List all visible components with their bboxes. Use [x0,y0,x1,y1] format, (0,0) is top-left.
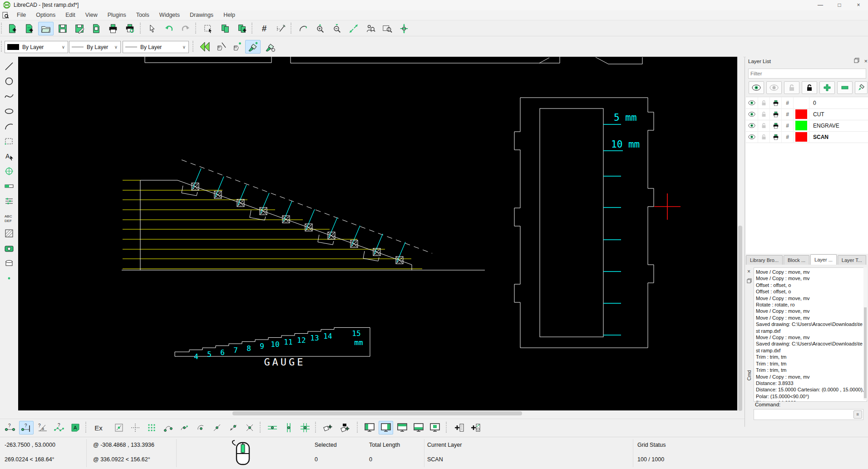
save-button[interactable] [55,22,70,35]
restrict-orthogonal-button[interactable] [298,421,312,434]
add-command-widget-button[interactable] [451,421,466,434]
undo-button[interactable] [161,22,177,35]
block-tool-icon[interactable] [1,256,17,271]
layer-construction-icon[interactable]: # [782,97,794,109]
menu-file[interactable]: File [12,10,31,20]
menu-view[interactable]: View [80,10,103,20]
toolbar-grip[interactable] [1,41,4,52]
insert-point-tool-icon[interactable] [1,164,17,178]
layer-lock-icon[interactable] [758,131,770,143]
layer-visible-icon[interactable] [746,109,758,120]
dock-right-button[interactable] [379,421,393,434]
layer-filter-input[interactable] [748,69,866,79]
toolbar-grip[interactable] [85,422,88,433]
draft-mode-button[interactable] [273,22,289,35]
dock-left-button[interactable] [362,421,377,434]
layer-lock-icon[interactable] [758,109,770,120]
dock-float-icon[interactable] [854,58,859,63]
dock-close-icon[interactable]: × [864,57,868,66]
redo-button[interactable] [178,22,193,35]
ellipse-tool-icon[interactable] [1,104,17,118]
edit-layer-button[interactable] [855,81,868,94]
layer-construction-icon[interactable]: # [782,109,794,120]
info-distance-point-point-button[interactable]: ? [3,421,17,434]
layer-visible-icon[interactable] [746,97,758,109]
save-as-button[interactable] [72,22,87,35]
layer-print-icon[interactable] [770,131,782,143]
maximize-button[interactable]: □ [830,0,849,10]
command-history-scrollbar[interactable] [863,267,867,400]
layer-name[interactable]: ENGRAVE [809,123,839,129]
exclusive-snap-button[interactable]: Ex [91,421,106,434]
zoom-out-button[interactable] [329,22,345,35]
layer-print-icon[interactable] [770,109,782,120]
pen-width-select[interactable]: By Layer ∨ [69,41,121,53]
hide-all-layers-button[interactable] [766,81,782,94]
pen-pick-color-button[interactable] [230,40,245,54]
print-preview-button[interactable] [122,22,138,35]
tab-library-browser[interactable]: Library Bro... [746,255,783,265]
toolbar-grip[interactable] [1,23,4,34]
toolbar-grip[interactable] [260,422,262,433]
pen-apply-to-entity-button[interactable] [245,40,261,54]
layer-visible-icon[interactable] [746,120,758,131]
grid-toggle-button[interactable]: # [256,22,272,35]
menu-drawings[interactable]: Drawings [185,10,218,20]
dimension-tool-icon[interactable] [1,179,17,193]
pen-pick-from-entity-button[interactable] [213,40,229,54]
layer-lock-icon[interactable] [758,120,770,131]
info-polyline-length-button[interactable]: ? [52,421,66,434]
menu-options[interactable]: Options [31,10,60,20]
export-button[interactable] [89,22,104,35]
restrict-vertical-button[interactable] [281,421,296,434]
document-search-icon[interactable] [2,12,9,19]
add-custom-widget-button[interactable] [468,421,482,434]
layer-row-0[interactable]: # 0 [746,97,868,109]
dock-floating-button[interactable] [428,421,442,434]
close-button[interactable]: × [849,0,868,10]
snap-distance-button[interactable] [226,421,241,434]
pen-apply-attributes-button[interactable] [262,40,278,54]
layer-name[interactable]: 0 [809,100,816,106]
copy-button[interactable] [217,22,233,35]
toolbar-grip[interactable] [446,422,449,433]
spline-tool-icon[interactable] [1,89,17,104]
scrollbar-handle[interactable] [738,226,742,411]
command-float-icon[interactable] [747,278,752,283]
snap-grid-button[interactable] [128,421,143,434]
point-tool-icon[interactable] [1,271,17,286]
pen-linetype-select[interactable]: By Layer ∨ [123,41,189,53]
layer-row-scan[interactable]: # SCAN [746,131,868,143]
tab-block-list[interactable]: Block ... [784,255,809,265]
layer-visible-icon[interactable] [746,131,758,143]
image-tool-icon[interactable] [1,241,17,256]
snap-grid-points-button[interactable] [144,421,159,434]
command-history[interactable]: Move / Copy : move, mvMove / Copy : move… [754,267,867,402]
zoom-in-button[interactable] [312,22,328,35]
add-layer-button[interactable] [819,81,835,94]
dimension-styles-icon[interactable] [1,194,17,208]
dock-bottom-button[interactable] [411,421,426,434]
layer-name[interactable]: CUT [809,111,824,118]
toolbar-grip[interactable] [315,422,318,433]
menu-edit[interactable]: Edit [60,10,80,20]
snap-relative-zero-button[interactable] [321,421,335,434]
hatch-tool-icon[interactable] [1,226,17,241]
canvas-vertical-scrollbar[interactable] [737,57,743,416]
lock-relative-zero-button[interactable] [338,421,352,434]
new-document-button[interactable] [5,22,20,35]
polyline-tool-icon[interactable] [1,134,17,148]
command-options-button[interactable]: ≡ [853,410,862,419]
paste-button[interactable] [234,22,250,35]
toolbar-grip[interactable] [252,23,254,34]
info-distance-point-entity-button[interactable]: ? [19,421,34,434]
zoom-pan-button[interactable] [396,22,412,35]
print-button[interactable] [105,22,121,35]
tab-layer-tree[interactable]: Layer T... [838,255,866,265]
select-window-button[interactable] [201,22,216,35]
snap-middle-button[interactable] [210,421,224,434]
line-tool-icon[interactable] [1,59,17,74]
menu-widgets[interactable]: Widgets [154,10,185,20]
snap-endpoints-button[interactable] [161,421,175,434]
command-close-icon[interactable]: × [747,268,750,275]
